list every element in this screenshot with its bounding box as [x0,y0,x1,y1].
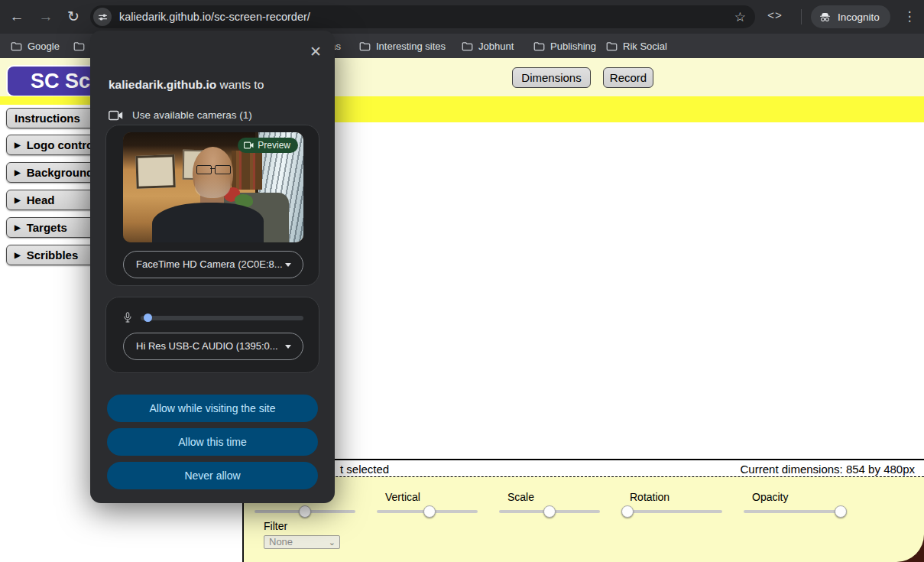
site-settings-icon[interactable] [93,8,112,26]
filter-value: None [269,536,293,547]
dimensions-button[interactable]: Dimensions [512,67,591,88]
camera-icon [109,110,123,121]
camera-select[interactable]: FaceTime HD Camera (2C0E:8... [123,251,303,278]
bookmark-label: Interesting sites [376,41,446,52]
bookmark-star-icon[interactable]: ☆ [734,9,746,25]
dialog-title-domain: kaliedarik.github.io [109,78,216,91]
sidebar-item-label: Logo contro [27,136,93,154]
dropdown-caret-icon [285,345,291,349]
sidebar-item-label: Targets [27,219,67,236]
preview-badge-label: Preview [258,140,290,151]
slider-track[interactable] [499,510,600,513]
controls-footer: Vertical Scale Rotation Opacity Filter N… [244,476,924,562]
back-icon[interactable]: ← [5,0,29,34]
forward-icon[interactable]: → [34,0,58,34]
current-dimensions-text: Current dimensions: 854 by 480px [741,463,915,476]
bookmark-label: Jobhunt [478,41,514,52]
camera-select-value: FaceTime HD Camera (2C0E:8... [136,258,283,270]
menu-dots-icon[interactable]: ⋮ [900,0,919,34]
slider-opacity: Opacity [744,491,845,513]
mic-select[interactable]: Hi Res USB-C AUDIO (1395:0... [123,333,303,360]
bookmark-folder-hidden[interactable] [73,34,90,58]
address-bar[interactable]: kaliedarik.github.io/sc-screen-recorder/… [90,5,755,28]
slider-thumb[interactable] [621,505,634,518]
sidebar-item-label: Instructions [15,109,80,127]
slider-thumb[interactable] [299,505,311,518]
folder-icon [533,41,545,51]
expand-arrow-icon: ▶ [15,224,21,232]
sidebar-item-label: Scribbles [27,246,79,264]
chevron-down-icon: ⌄ [329,536,336,548]
camera-card: Preview FaceTime HD Camera (2C0E:8... [105,125,319,286]
person-torso [152,203,264,242]
expand-arrow-icon: ▶ [15,197,21,204]
glasses-right-lens [215,165,231,174]
person-beard [195,177,230,199]
url-text[interactable]: kaliedarik.github.io/sc-screen-recorder/ [119,11,734,23]
expand-arrow-icon: ▶ [15,169,21,177]
expand-arrow-icon: ▶ [15,252,21,259]
camera-permission-row: Use available cameras (1) [109,109,252,121]
never-allow-button[interactable]: Never allow [107,462,318,489]
dialog-title: kaliedarik.github.io wants to [109,78,264,92]
browser-toolbar: ← → ↻ kaliedarik.github.io/sc-screen-rec… [0,0,924,34]
mic-select-value: Hi Res USB-C AUDIO (1395:0... [136,340,278,352]
close-icon[interactable]: ✕ [306,43,325,61]
slider-thumb[interactable] [423,505,436,518]
webcam-preview-image: Preview [123,132,303,242]
record-button[interactable]: Record [603,67,653,88]
slider-thumb[interactable] [543,505,556,518]
mic-level-meter [141,316,303,320]
reload-icon[interactable]: ↻ [61,0,86,34]
incognito-icon [819,11,832,23]
folder-icon [462,41,473,51]
filter-select[interactable]: None ⌄ [264,535,340,549]
preview-badge: Preview [238,138,298,153]
slider-track[interactable] [377,510,478,513]
status-row: t selected Current dimensions: 854 by 48… [244,459,924,478]
slider-track[interactable] [621,510,722,513]
filter-label: Filter [264,520,287,532]
mic-level-row [123,311,303,324]
camera-icon [244,141,254,149]
slider-track[interactable] [744,510,845,513]
bookmark-label: Publishing [550,41,596,52]
bookmark-folder-interesting-sites[interactable]: Interesting sites [359,34,446,58]
sidebar-item-label: Background [27,164,94,181]
bookmark-label: Google [28,41,60,52]
bookmark-label: Rik Social [623,41,667,52]
controls-panel: Vertical Scale Rotation Opacity Filter N… [244,476,924,562]
code-extension-icon[interactable]: <> [767,0,783,34]
bookmark-folder-google[interactable]: Google [11,34,60,58]
folder-icon [11,41,22,51]
allow-this-time-button[interactable]: Allow this time [107,428,318,456]
slider-label: Scale [507,491,600,505]
folder-icon [73,41,85,51]
sidebar-item-label: Head [27,191,55,209]
toolbar-separator [801,9,802,24]
folder-icon [359,41,371,51]
bookmark-folder-jobhunt[interactable]: Jobhunt [462,34,514,58]
bookshelf [232,151,262,189]
glasses-left-lens [196,165,212,174]
incognito-badge: Incognito [811,5,890,28]
stage-area: t selected Current dimensions: 854 by 48… [242,122,924,562]
camera-request-text: Use available cameras (1) [132,109,252,121]
mic-level-indicator [144,313,152,322]
bookmark-folder-publishing[interactable]: Publishing [533,34,596,58]
dialog-title-rest: wants to [216,78,264,91]
slider-track[interactable] [255,510,355,513]
bookmark-folder-rik-social[interactable]: Rik Social [606,34,667,58]
slider-label: Rotation [630,491,722,505]
slider-scale: Scale [499,491,600,513]
allow-while-visiting-button[interactable]: Allow while visiting the site [107,395,318,422]
slider-thumb[interactable] [835,505,847,518]
glasses-bridge [210,168,215,170]
permission-dialog: ✕ kaliedarik.github.io wants to Use avai… [90,31,335,503]
slider-rotation: Rotation [621,491,722,513]
slider-label: Opacity [752,491,845,505]
folder-icon [606,41,618,51]
microphone-card: Hi Res USB-C AUDIO (1395:0... [105,297,319,373]
picture-frame [135,154,175,189]
slider-label: Vertical [385,491,478,505]
